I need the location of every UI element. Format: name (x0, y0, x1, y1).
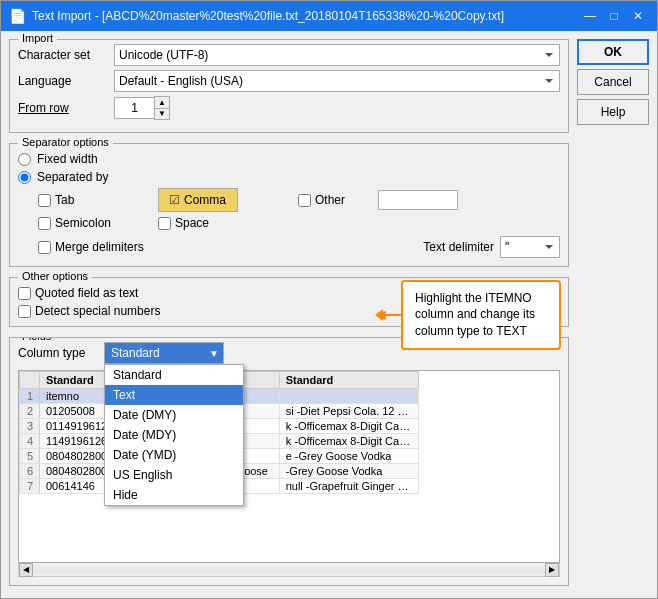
content-area: Import Character set Unicode (UTF-8) Lan… (1, 31, 657, 598)
space-label: Space (175, 216, 209, 230)
scroll-right-arrow[interactable]: ▶ (545, 563, 559, 577)
horizontal-scrollbar[interactable]: ◀ ▶ (18, 563, 560, 577)
dropdown-item-date-dmy[interactable]: Date (DMY) (105, 405, 243, 425)
help-button[interactable]: Help (577, 99, 649, 125)
main-window: 📄 Text Import - [ABCD%20master%20test%20… (0, 0, 658, 599)
spinner-up[interactable]: ▲ (155, 97, 169, 108)
cell-6-3: -Grey Goose Vodka (279, 464, 418, 479)
other-checkbox[interactable] (298, 194, 311, 207)
separator-checkboxes: Tab ☑ Comma Other (38, 188, 560, 230)
callout-box: Highlight the ITEMNO column and change i… (401, 280, 561, 350)
ok-button[interactable]: OK (577, 39, 649, 65)
col-type-value: Standard (111, 346, 160, 360)
row-num-1: 1 (20, 389, 40, 404)
separated-by-row: Separated by (18, 170, 560, 184)
row-num-3: 3 (20, 419, 40, 434)
col-type-dropdown-wrapper[interactable]: Standard ▼ Standard Text Date (DMY) Date… (104, 342, 224, 364)
spinner-buttons[interactable]: ▲ ▼ (154, 96, 170, 120)
space-checkbox[interactable] (158, 217, 171, 230)
comma-label: Comma (184, 193, 226, 207)
app-icon: 📄 (9, 8, 26, 24)
dropdown-item-us-english[interactable]: US English (105, 465, 243, 485)
comma-button[interactable]: ☑ Comma (158, 188, 238, 212)
dropdown-item-date-ymd[interactable]: Date (YMD) (105, 445, 243, 465)
detect-special-checkbox[interactable] (18, 305, 31, 318)
fromrow-input[interactable]: 1 (114, 97, 154, 119)
th-rownum (20, 372, 40, 389)
merge-checkbox[interactable] (38, 241, 51, 254)
other-input-wrapper (378, 190, 560, 210)
fromrow-label: From row (18, 101, 108, 115)
scroll-track[interactable] (33, 566, 545, 574)
cell-1-3 (279, 389, 418, 404)
fromrow-spinner[interactable]: 1 ▲ ▼ (114, 96, 170, 120)
tab-check-item: Tab (38, 193, 158, 207)
fixed-width-row: Fixed width (18, 152, 560, 166)
cell-7-3: null -Grapefruit Ginger Sugar Scrub (279, 479, 418, 494)
tab-checkbox[interactable] (38, 194, 51, 207)
merge-check-item: Merge delimiters (38, 240, 144, 254)
quoted-field-checkbox[interactable] (18, 287, 31, 300)
language-label: Language (18, 74, 108, 88)
text-delim-select[interactable]: " (500, 236, 560, 258)
dropdown-arrow-icon: ▼ (209, 348, 219, 359)
dropdown-item-standard[interactable]: Standard (105, 365, 243, 385)
language-row: Language Default - English (USA) (18, 70, 560, 92)
callout-arrow-line (389, 314, 403, 316)
callout-arrow-icon: ◄ (373, 304, 389, 326)
merge-label: Merge delimiters (55, 240, 144, 254)
comma-check-item[interactable]: ☑ Comma (158, 188, 298, 212)
fixed-width-radio[interactable] (18, 153, 31, 166)
th-col3: Standard (279, 372, 418, 389)
fromrow-row: From row 1 ▲ ▼ (18, 96, 560, 120)
quoted-field-label: Quoted field as text (35, 286, 138, 300)
separator-section: Separator options Fixed width Separated … (9, 143, 569, 267)
semicolon-label: Semicolon (55, 216, 111, 230)
col-type-selected[interactable]: Standard ▼ (104, 342, 224, 364)
cancel-button[interactable]: Cancel (577, 69, 649, 95)
row-num-4: 4 (20, 434, 40, 449)
language-select[interactable]: Default - English (USA) (114, 70, 560, 92)
spinner-down[interactable]: ▼ (155, 108, 169, 119)
close-button[interactable]: ✕ (627, 7, 649, 25)
other-check-item: Other (298, 193, 378, 207)
separator-section-title: Separator options (18, 136, 113, 148)
charset-label: Character set (18, 48, 108, 62)
scroll-left-arrow[interactable]: ◀ (19, 563, 33, 577)
charset-row: Character set Unicode (UTF-8) (18, 44, 560, 66)
titlebar: 📄 Text Import - [ABCD%20master%20test%20… (1, 1, 657, 31)
semicolon-checkbox[interactable] (38, 217, 51, 230)
separated-by-label: Separated by (37, 170, 108, 184)
row-num-2: 2 (20, 404, 40, 419)
cell-2-3: si -Diet Pepsi Cola. 12 Oz. (279, 404, 418, 419)
tab-label: Tab (55, 193, 74, 207)
titlebar-controls[interactable]: — □ ✕ (579, 7, 649, 25)
dropdown-item-hide[interactable]: Hide (105, 485, 243, 505)
data-table-wrapper[interactable]: Standard St Standard 1 itemno (18, 370, 560, 563)
cell-3-3: k -Officemax 8-Digit Calculator R (279, 419, 418, 434)
dropdown-item-text[interactable]: Text (105, 385, 243, 405)
titlebar-left: 📄 Text Import - [ABCD%20master%20test%20… (9, 8, 504, 24)
text-delim-group: Text delimiter " (423, 236, 560, 258)
minimize-button[interactable]: — (579, 7, 601, 25)
charset-select[interactable]: Unicode (UTF-8) (114, 44, 560, 66)
row-num-5: 5 (20, 449, 40, 464)
side-panel: OK Cancel Help Highlight the ITEMNO colu… (577, 39, 649, 590)
maximize-button[interactable]: □ (603, 7, 625, 25)
comma-checkmark: ☑ (169, 193, 180, 207)
col-type-dropdown-menu[interactable]: Standard Text Date (DMY) Date (MDY) Date… (104, 364, 244, 506)
cell-5-3: e -Grey Goose Vodka (279, 449, 418, 464)
dropdown-item-date-mdy[interactable]: Date (MDY) (105, 425, 243, 445)
import-section-title: Import (18, 32, 57, 44)
bottom-sep-row: Merge delimiters Text delimiter " (38, 236, 560, 258)
row-num-7: 7 (20, 479, 40, 494)
other-text-input[interactable] (378, 190, 458, 210)
space-check-item: Space (158, 216, 298, 230)
fixed-width-label: Fixed width (37, 152, 98, 166)
callout-text: Highlight the ITEMNO column and change i… (415, 291, 535, 339)
separated-by-radio[interactable] (18, 171, 31, 184)
cell-4-3: k -Officemax 8-Digit Calculator R (279, 434, 418, 449)
other-options-title: Other options (18, 270, 92, 282)
callout-arrow: ◄ (373, 304, 403, 326)
fields-section: Fields Column type Standard ▼ Standard T… (9, 337, 569, 586)
